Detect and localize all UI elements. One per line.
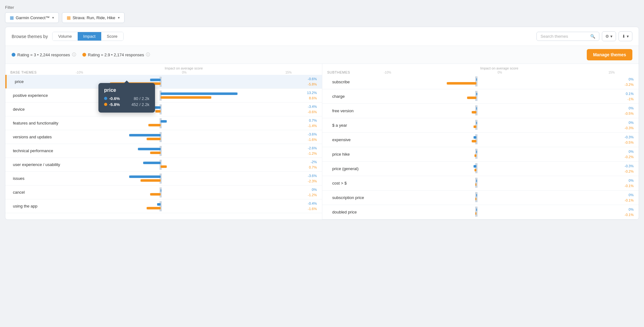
download-button[interactable]: ⬇ ▾ (619, 31, 632, 41)
val-orange: -1% (615, 97, 634, 102)
left-axis-min: -10% (76, 71, 83, 74)
svg-rect-52 (476, 180, 477, 182)
search-box[interactable]: Search themes 🔍 (536, 32, 599, 41)
svg-rect-32 (447, 82, 476, 85)
browse-right: Search themes 🔍 ⚙ ▾ ⬇ ▾ (536, 31, 632, 41)
left-theme-row[interactable]: price price -0.6% 80 / 2.2k -5.8% 452 / … (5, 75, 322, 89)
filter-btn-strava[interactable]: ▦ Strava: Run, Ride, Hike ▾ (62, 12, 125, 23)
filter-label: Filter (5, 5, 639, 10)
subtheme-values: 0% -3.2% (615, 77, 634, 87)
right-chart-label: Impact on average score (384, 66, 615, 70)
theme-values: 0% -1.2% (292, 187, 317, 197)
left-theme-row[interactable]: device -3.4% -0.6% (5, 103, 322, 116)
left-theme-row[interactable]: user experience / usability -2% 0.7% (5, 158, 322, 172)
legend-left: Rating = 3 • 2,244 responses ⓘ Rating = … (12, 52, 150, 58)
left-theme-row[interactable]: issues -3.6% -2.3% (5, 172, 322, 186)
left-theme-row[interactable]: features and functionality 0.7% -1.4% (5, 116, 322, 130)
right-theme-row[interactable]: doubled price 0% -0.1% (322, 205, 639, 219)
right-theme-row[interactable]: price (general) -0.3% -0.2% (322, 162, 639, 176)
svg-rect-29 (147, 207, 160, 209)
info-icon-blue[interactable]: ⓘ (72, 52, 76, 58)
subtheme-values: 0% -0.1% (615, 207, 634, 217)
right-axis-zero: 0% (497, 71, 502, 74)
val-blue: 0% (615, 77, 634, 82)
subtheme-values: -0.3% -0.2% (615, 164, 634, 174)
right-theme-rows: subscribe 0% -3.2% charge (322, 75, 639, 219)
theme-values: -3.6% -1.6% (292, 132, 317, 142)
val-blue: -2.6% (292, 146, 317, 151)
val-orange: -0.5% (615, 140, 634, 145)
svg-rect-31 (476, 78, 477, 81)
subtheme-chart (384, 120, 615, 131)
val-blue: -3.6% (292, 173, 317, 179)
theme-chart (73, 118, 292, 128)
subtheme-chart (384, 149, 615, 160)
val-blue: 0% (615, 207, 634, 212)
tab-volume[interactable]: Volume (53, 32, 77, 41)
tooltip-blue-val: -0.6% (109, 96, 120, 101)
legend-item-orange: Rating = 2.9 • 2,174 responses ⓘ (82, 52, 150, 58)
right-theme-row[interactable]: $ a year 0% -0.3% (322, 118, 639, 133)
val-blue: -3.4% (292, 104, 317, 109)
left-theme-row[interactable]: positive experience 13.2% 8.6% (5, 89, 322, 103)
theme-name: features and functionality (10, 121, 73, 125)
info-icon-orange[interactable]: ⓘ (146, 52, 150, 58)
svg-rect-14 (147, 138, 160, 140)
right-axis-max: 15% (608, 71, 615, 74)
gear-button[interactable]: ⚙ ▾ (602, 31, 616, 41)
svg-rect-26 (150, 193, 160, 196)
theme-values: -0.6% -5.8% (292, 76, 317, 87)
right-theme-row[interactable]: subscription price 0% -0.1% (322, 191, 639, 205)
right-theme-row[interactable]: subscribe 0% -3.2% (322, 75, 639, 89)
val-orange: -1.6% (292, 206, 317, 212)
theme-name: technical performance (10, 148, 73, 153)
filter-btn-garmin[interactable]: ▦ Garmin Connect™ ▾ (5, 12, 59, 23)
right-theme-row[interactable]: free version 0% -0.5% (322, 104, 639, 118)
left-theme-row[interactable]: using the app -0.4% -1.6% (5, 199, 322, 213)
theme-name: issues (10, 176, 73, 181)
left-axis-max: 15% (285, 71, 291, 74)
tab-impact[interactable]: Impact (78, 32, 101, 41)
val-blue: -0.3% (615, 135, 634, 140)
tab-score[interactable]: Score (101, 32, 123, 41)
price-tooltip: price -0.6% 80 / 2.2k -5.8% 452 / 2.2k (98, 83, 155, 113)
svg-rect-53 (475, 183, 476, 186)
val-blue: -0.4% (292, 201, 317, 206)
theme-chart (73, 174, 292, 184)
val-orange: -5.8% (292, 82, 317, 87)
theme-chart (73, 132, 292, 142)
legend-row: Rating = 3 • 2,244 responses ⓘ Rating = … (5, 46, 639, 64)
svg-rect-11 (148, 124, 161, 126)
download-chevron: ▾ (627, 34, 629, 39)
right-section-label: SUBTHEMES (327, 70, 384, 74)
theme-values: -2.6% -1.2% (292, 146, 317, 156)
val-orange: -0.6% (292, 109, 317, 115)
left-theme-row[interactable]: technical performance -2.6% -1.2% (5, 144, 322, 158)
left-theme-row[interactable]: versions and updates -3.6% -1.6% (5, 130, 322, 144)
subtheme-name: subscription price (327, 195, 384, 200)
val-blue: 0% (615, 149, 634, 154)
svg-rect-55 (476, 194, 477, 197)
right-theme-row[interactable]: expensive -0.3% -0.5% (322, 133, 639, 147)
val-blue: -0.3% (615, 164, 634, 169)
left-panel: BASE THEMES Impact on average score -10%… (5, 64, 322, 219)
subtheme-values: -0.3% -0.5% (615, 135, 634, 145)
manage-themes-button[interactable]: Manage themes (587, 49, 632, 60)
theme-values: -3.4% -0.6% (292, 104, 317, 114)
subtheme-chart (384, 76, 615, 87)
svg-rect-40 (476, 122, 477, 124)
tab-group: Volume Impact Score (52, 32, 123, 41)
subtheme-chart (384, 134, 615, 145)
right-theme-row[interactable]: cost > $ 0% -0.1% (322, 176, 639, 191)
gear-chevron: ▾ (610, 34, 613, 39)
right-theme-row[interactable]: charge 0.1% -1% (322, 89, 639, 104)
val-blue: 0% (615, 106, 634, 111)
left-theme-row[interactable]: cancel 0% -1.2% (5, 186, 322, 199)
subtheme-name: price (general) (327, 166, 384, 171)
funnel-icon-orange: ▦ (67, 15, 71, 20)
theme-indicator (5, 75, 7, 88)
theme-values: 0.7% -1.4% (292, 118, 317, 128)
search-icon: 🔍 (590, 34, 595, 39)
subtheme-name: price hike (327, 152, 384, 157)
right-theme-row[interactable]: price hike 0% -0.2% (322, 147, 639, 162)
